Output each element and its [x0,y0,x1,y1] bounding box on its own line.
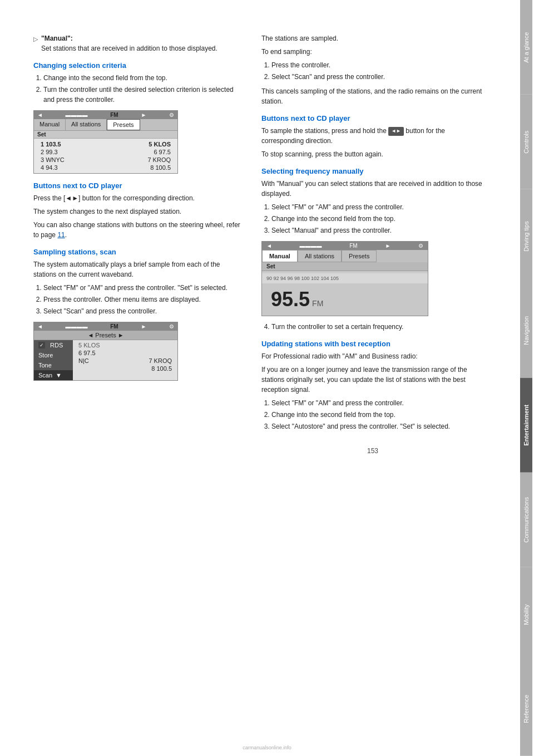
update-step-2: Change into the second field from the to… [271,410,484,420]
set-row-1: Set [34,131,177,139]
update-intro1: For Professional radio with "AM" and Bus… [261,351,484,361]
cd-para-2: The system changes to the next displayed… [33,207,245,217]
freq-step-1-text: Select "FM" or "AM" and press the contro… [271,203,404,211]
fm-big-frequency: 95.5 FM [262,283,428,316]
sidebar-tab-navigation[interactable]: Navigation [520,283,532,378]
sampling-end-1-text: Press the controller. [271,61,330,69]
update-step-3-text: Select "Autostore" and press the control… [271,423,450,430]
sidebar-tab-driving-tips[interactable]: Driving tips [520,189,532,284]
freq-step-4: Turn the controller to set a certain fre… [271,322,484,332]
top-bar-fm-1: FM [110,112,118,118]
rds-checkbox-icon: ✓ [38,342,45,348]
fm-big-icon: ⚙ [418,243,423,249]
station-4-left: 4 94.3 [41,164,58,171]
menu-store[interactable]: Store [34,350,73,360]
sidebar: At a glance Controls Driving tips Naviga… [518,0,534,756]
sidebar-tab-mobility[interactable]: Mobility [520,567,532,662]
sampling-end-step-2: Select "Scan" and press the controller. [271,72,484,82]
scan-station-3: N|C 7 KROQ [76,357,174,365]
fm-big-label: ▬▬▬▬ [300,243,322,249]
scan-station-2: 6 97.5 [76,349,174,357]
station-1-left: 1 103.5 [41,141,61,148]
menu-rds[interactable]: ✓RDS [34,340,73,350]
radio-top-bar-1: ◄ ▬▬▬▬ FM ► ⚙ [34,111,177,119]
section-heading-scan: Sampling stations, scan [33,248,245,256]
fm-big-screen: ◄ ▬▬▬▬ FM ► ⚙ Manual All stations Preset… [261,241,428,316]
sampling-text2: To end sampling: [261,47,484,57]
criteria-step-2-text: Turn the controller until the desired se… [43,86,234,104]
scan-s3-right: 7 KROQ [149,357,172,364]
update-step-1: Select "FM" or "AM" and press the contro… [271,398,484,408]
scan-layout: ✓RDS Store Tone Scan ▼ 5 KLOS 6 97.5 N|C [34,340,177,380]
criteria-step-1-text: Change into the second field from the to… [43,74,167,82]
top-bar-icon-2: ⚙ [169,323,174,330]
sidebar-tab-at-glance[interactable]: At a glance [520,0,532,95]
freq-step-3-text: Select "Manual" and press the controller… [271,227,392,234]
fm-tab-presets[interactable]: Presets [342,250,377,262]
section-heading-cd-left: Buttons next to CD player [33,181,245,190]
top-bar-icon-1: ⚙ [169,112,174,118]
section-heading-cd-right: Buttons next to CD player [261,114,484,122]
radio-tabs-1: Manual All stations Presets [34,119,177,131]
radio-top-bar-2: ◄ ▬▬▬▬ FM ► ⚙ [34,322,177,331]
cd-right-text1: To sample the stations, press and hold t… [261,126,484,146]
fm-freq-value: 95.5 [271,288,310,311]
watermark: carmanualsonline.info [243,745,291,750]
top-bar-right-2: ► [141,323,146,330]
tab-presets-1[interactable]: Presets [107,119,140,130]
presets-bar: ◄ Presets ► [34,331,177,340]
top-bar-left-1: ◄ [37,112,43,118]
fm-tab-manual[interactable]: Manual [262,250,298,262]
sampling-text3: This cancels sampling of the stations, a… [261,86,484,106]
menu-tone[interactable]: Tone [34,360,73,370]
radio-screen-1: ◄ ▬▬▬▬ FM ► ⚙ Manual All stations Preset… [33,110,178,174]
sidebar-tab-communications[interactable]: Communications [520,473,532,567]
scan-station-1: 5 KLOS [76,341,174,349]
scan-step-3: Select "Scan" and press the controller. [43,306,245,316]
sidebar-tab-controls[interactable]: Controls [520,95,532,189]
section-heading-criteria: Changing selection criteria [33,61,245,70]
menu-scan[interactable]: Scan ▼ [34,370,73,380]
fm-big-tabs: Manual All stations Presets [262,250,428,262]
freq-step-4-text: Turn the controller to set a certain fre… [271,323,403,331]
station-3-left: 3 WNYC [41,156,65,163]
scan-steps: Select "FM" or "AM" and press the contro… [43,283,245,316]
station-4-right: 8 100.5 [150,164,171,171]
left-column: ▷ "Manual": Set stations that are receiv… [33,33,245,734]
update-steps: Select "FM" or "AM" and press the contro… [271,398,484,431]
fm-freq-bar: 90 92 94 96 98 100 102 104 105 [262,273,428,283]
right-column: The stations are sampled. To end samplin… [261,33,484,734]
freq-step-1: Select "FM" or "AM" and press the contro… [271,202,484,212]
cd-para-1: Press the [◄►] button for the correspond… [33,193,245,203]
fm-set-row: Set [262,262,428,271]
cd-right-text2: To stop scanning, press the button again… [261,149,484,159]
freq-step-2-text: Change into the second field from the to… [271,215,395,223]
update-step-1-text: Select "FM" or "AM" and press the contro… [271,399,404,407]
station-list-1: 1 103.5 5 KLOS 2 99.3 6 97.5 3 WNYC 7 KR… [34,139,177,173]
cd-page-link[interactable]: 11 [57,231,65,239]
update-intro2: If you are on a longer journey and leave… [261,365,484,395]
freq-intro: With "Manual" you can select stations th… [261,179,484,199]
scan-step-2-text: Press the controller. Other menu items a… [43,296,201,303]
sampling-end-steps: Press the controller. Select "Scan" and … [271,60,484,82]
scan-station-4: 8 100.5 [76,365,174,372]
cd-period: . [65,231,67,239]
scan-step-1-text: Select "FM" or "AM" and press the contro… [43,284,228,292]
tab-allstations-1[interactable]: All stations [66,119,107,130]
scan-arrow-icon: ▼ [56,372,62,379]
sidebar-tab-entertainment[interactable]: Entertainment [520,378,532,473]
scan-step-3-text: Select "Scan" and press the controller. [43,307,157,315]
top-bar-label-2: ▬▬▬▬ [66,323,88,330]
station-2-right: 6 97.5 [154,149,171,155]
station-row-1-1: 1 103.5 5 KLOS [34,140,177,148]
manual-label: "Manual": [41,35,73,42]
tab-manual-1[interactable]: Manual [34,119,66,130]
sampling-end-step-1: Press the controller. [271,60,484,70]
scan-step-1: Select "FM" or "AM" and press the contro… [43,283,245,293]
station-row-1-3: 3 WNYC 7 KROQ [34,156,177,164]
sidebar-tab-reference[interactable]: Reference [520,661,532,756]
radio-screen-2: ◄ ▬▬▬▬ FM ► ⚙ ◄ Presets ► ✓RDS Store Ton… [33,322,178,381]
fm-tab-allstations[interactable]: All stations [298,250,342,262]
page-number: 153 [261,436,484,466]
criteria-step-2: Turn the controller until the desired se… [43,85,245,105]
